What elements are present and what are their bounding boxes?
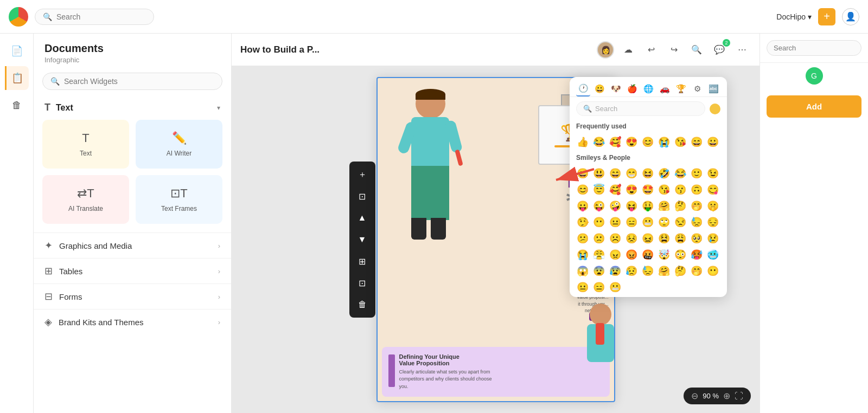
emoji-item[interactable]: 😊 — [640, 134, 655, 150]
emoji-item[interactable]: 😄 — [608, 166, 623, 181]
widget-search-input[interactable] — [64, 77, 214, 86]
emoji-item[interactable]: 🤑 — [640, 198, 655, 214]
move-down-button[interactable]: ▼ — [353, 230, 372, 249]
emoji-item[interactable]: 😬 — [608, 280, 623, 295]
emoji-item[interactable]: 😍 — [624, 134, 639, 150]
emoji-item[interactable]: 🤗 — [656, 263, 672, 279]
emoji-item[interactable]: 😘 — [673, 134, 688, 150]
emoji-item[interactable]: 😛 — [575, 198, 590, 214]
text-section-header[interactable]: T Text ▾ — [34, 96, 231, 118]
text-card-text[interactable]: T Text — [42, 120, 129, 169]
user-profile-button[interactable]: 👤 — [842, 8, 859, 25]
emoji-item[interactable]: 😐 — [608, 215, 623, 230]
new-document-button[interactable]: + — [818, 8, 835, 25]
emoji-item[interactable]: 🙁 — [591, 231, 607, 246]
emoji-item[interactable]: 😱 — [575, 263, 590, 279]
emoji-item[interactable]: 😶 — [705, 263, 720, 279]
emoji-item[interactable]: 🤩 — [640, 182, 655, 197]
emoji-tab-animals[interactable]: 🐶 — [609, 81, 623, 96]
emoji-item[interactable]: 😝 — [624, 198, 639, 214]
emoji-item[interactable]: 😐 — [575, 280, 590, 295]
emoji-item[interactable]: 🤭 — [689, 263, 704, 279]
emoji-item[interactable]: 😑 — [591, 280, 607, 295]
tables-section[interactable]: ⊞ Tables › — [34, 258, 231, 283]
emoji-item[interactable]: 🤥 — [575, 215, 590, 230]
emoji-item[interactable]: 😖 — [640, 231, 655, 246]
app-logo[interactable] — [9, 7, 28, 27]
emoji-tab-flags[interactable]: 🔤 — [706, 81, 720, 96]
global-search-input[interactable] — [56, 12, 143, 21]
emoji-item[interactable]: 🤫 — [705, 198, 720, 214]
emoji-item[interactable]: 😋 — [705, 182, 720, 197]
emoji-item[interactable]: 😗 — [673, 182, 688, 197]
emoji-item[interactable]: 🥵 — [689, 247, 704, 262]
emoji-item[interactable]: 😓 — [640, 263, 655, 279]
brand-kits-section[interactable]: ◈ Brand Kits and Themes › — [34, 309, 231, 334]
emoji-item[interactable]: 😭 — [656, 134, 672, 150]
emoji-item[interactable]: 😂 — [591, 134, 607, 150]
emoji-tab-symbols[interactable]: 🏆 — [674, 81, 688, 96]
emoji-item[interactable]: 😳 — [673, 247, 688, 262]
emoji-skin-tone-selector[interactable] — [710, 104, 720, 114]
zoom-out-button[interactable]: ⊖ — [691, 391, 698, 401]
redo-button[interactable]: ↪ — [665, 41, 682, 59]
emoji-item[interactable]: 🤔 — [673, 263, 688, 279]
emoji-item[interactable]: 😊 — [575, 182, 590, 197]
emoji-item[interactable]: 😒 — [673, 215, 688, 230]
emoji-item[interactable]: 😀 — [705, 134, 720, 150]
undo-button[interactable]: ↩ — [642, 41, 660, 59]
emoji-item[interactable]: 😇 — [591, 182, 607, 197]
emoji-item[interactable]: 😂 — [673, 166, 688, 181]
widget-search-bar[interactable]: 🔍 — [42, 73, 222, 90]
text-card-ai-writer[interactable]: ✏️ AI Writer — [136, 120, 222, 169]
add-tool-button[interactable]: ＋ — [353, 165, 372, 184]
add-button[interactable]: Add — [767, 95, 861, 118]
comments-button[interactable]: 💬 2 — [711, 41, 728, 59]
emoji-item[interactable]: 😡 — [624, 247, 639, 262]
sidebar-item-delete[interactable]: 🗑 — [5, 93, 29, 117]
delete-canvas-button[interactable]: 🗑 — [353, 295, 372, 314]
resize-tool-button[interactable]: ⊡ — [353, 186, 372, 206]
emoji-item[interactable]: 🥶 — [705, 247, 720, 262]
emoji-item[interactable]: 🤣 — [656, 166, 672, 181]
emoji-tab-recent[interactable]: 🕐 — [576, 81, 590, 96]
global-search-bar[interactable]: 🔍 — [35, 9, 154, 25]
emoji-item[interactable]: 😉 — [705, 166, 720, 181]
emoji-item[interactable]: ☹️ — [608, 231, 623, 246]
dotted-grid-button[interactable]: ⊡ — [353, 273, 372, 293]
emoji-item[interactable]: 🤗 — [656, 198, 672, 214]
emoji-item[interactable]: 🥰 — [608, 134, 623, 150]
search-canvas-button[interactable]: 🔍 — [688, 41, 705, 59]
emoji-item[interactable]: 😕 — [575, 231, 590, 246]
grammarly-button[interactable]: G — [806, 67, 823, 85]
emoji-item[interactable]: 😆 — [640, 166, 655, 181]
emoji-item[interactable]: 🤪 — [608, 198, 623, 214]
text-card-text-frames[interactable]: ⊡T Text Frames — [136, 175, 222, 224]
emoji-item[interactable]: 😨 — [591, 263, 607, 279]
emoji-item[interactable]: 😓 — [689, 215, 704, 230]
emoji-item[interactable]: 😤 — [591, 247, 607, 262]
emoji-item[interactable]: 😰 — [608, 263, 623, 279]
emoji-item[interactable]: 😶 — [591, 215, 607, 230]
emoji-item[interactable]: 🥰 — [608, 182, 623, 197]
emoji-item[interactable]: 😭 — [575, 247, 590, 262]
emoji-item[interactable]: 😃 — [591, 166, 607, 181]
emoji-item[interactable]: 🤔 — [673, 198, 688, 214]
emoji-item[interactable]: 😬 — [640, 215, 655, 230]
emoji-item[interactable]: 😄 — [689, 134, 704, 150]
emoji-item[interactable]: 😀 — [575, 166, 590, 181]
more-options-button[interactable]: ⋯ — [733, 41, 751, 59]
emoji-tab-travel[interactable]: 🌐 — [641, 81, 655, 96]
cloud-save-button[interactable]: ☁ — [620, 41, 637, 59]
emoji-item[interactable]: 😁 — [624, 166, 639, 181]
emoji-item[interactable]: 🙂 — [689, 166, 704, 181]
forms-section[interactable]: ⊟ Forms › — [34, 283, 231, 309]
text-card-ai-translate[interactable]: ⇄T AI Translate — [42, 175, 129, 224]
grid-button[interactable]: ⊞ — [353, 251, 372, 271]
emoji-item[interactable]: 🤬 — [640, 247, 655, 262]
emoji-item[interactable]: 😢 — [705, 231, 720, 246]
emoji-item[interactable]: 😣 — [624, 231, 639, 246]
zoom-in-button[interactable]: ⊕ — [723, 391, 730, 401]
emoji-item[interactable]: 😠 — [608, 247, 623, 262]
emoji-item[interactable]: 😥 — [624, 263, 639, 279]
